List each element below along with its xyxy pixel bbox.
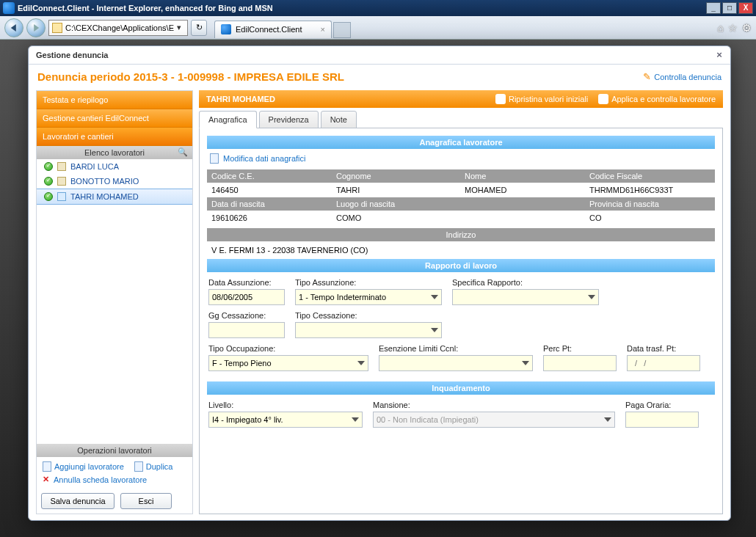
salva-denuncia-button[interactable]: Salva denuncia: [41, 493, 115, 509]
tab-anagrafica[interactable]: Anagrafica: [199, 111, 257, 128]
refresh-button[interactable]: ↻: [191, 20, 207, 36]
search-icon[interactable]: 🔍: [178, 147, 188, 157]
nav-back-button[interactable]: [4, 18, 23, 37]
select-livello[interactable]: I4 - Impiegato 4° liv.: [208, 412, 363, 428]
label-paga-oraria: Paga Oraria:: [625, 401, 699, 409]
input-paga-oraria[interactable]: [625, 412, 699, 428]
input-gg-cessazione[interactable]: [208, 322, 285, 338]
dialog-close-button[interactable]: ×: [713, 49, 726, 62]
sidebar-item-cantieri[interactable]: Gestione cantieri EdilConnect: [37, 109, 192, 128]
select-specifica-rapporto[interactable]: [452, 289, 599, 305]
label-tipo-assunzione: Tipo Assunzione:: [295, 278, 442, 287]
label-data-trasf-pt: Data trasf. Pt:: [627, 344, 700, 353]
applica-controlla-link[interactable]: Applica e controlla lavoratore: [598, 94, 716, 104]
browser-toolbar: ▾ ↻ EdilConnect.Client × ⌂ ☆ ⚙: [0, 16, 756, 40]
window-maximize-button[interactable]: □: [722, 2, 737, 14]
address-bar[interactable]: ▾: [48, 20, 188, 36]
section-inquadramento: Inquadramento: [207, 381, 715, 395]
ripristina-link[interactable]: Ripristina valori iniziali: [495, 94, 588, 104]
copy-icon: [134, 461, 143, 472]
tab-panel-anagrafica: Anagrafica lavoratore Modifica dati anag…: [199, 128, 723, 514]
worker-header-name: TAHRI MOHAMED: [206, 95, 275, 103]
tab-label: EdilConnect.Client: [236, 25, 302, 34]
worker-row[interactable]: BONOTTO MARIO: [37, 174, 192, 189]
document-icon: [43, 461, 51, 472]
gestione-denuncia-dialog: Gestione denuncia × Denuncia periodo 201…: [28, 45, 731, 521]
section-anagrafica-lavoratore: Anagrafica lavoratore: [207, 136, 715, 149]
window-close-button[interactable]: X: [738, 2, 753, 14]
worker-header-bar: TAHRI MOHAMED Ripristina valori iniziali…: [199, 90, 723, 108]
val-data-nascita: 19610626: [207, 211, 332, 225]
tab-previdenza[interactable]: Previdenza: [259, 111, 319, 128]
tools-icon[interactable]: ⚙: [742, 22, 752, 34]
tab-close-icon[interactable]: ×: [315, 25, 325, 34]
window-minimize-button[interactable]: _: [706, 2, 721, 14]
status-ok-icon: [44, 192, 53, 201]
label-esenzione-ccnl: Esenzione Limiti Ccnl:: [379, 344, 533, 353]
aggiungi-lavoratore-link[interactable]: Aggiungi lavoratore: [43, 461, 124, 472]
label-gg-cessazione: Gg Cessazione:: [208, 311, 285, 320]
sidebar-item-testata[interactable]: Testata e riepilogo: [37, 91, 192, 109]
home-icon[interactable]: ⌂: [718, 22, 724, 34]
col-prov-nascita: Provincia di nascita: [585, 197, 715, 211]
detail-panel: TAHRI MOHAMED Ripristina valori iniziali…: [199, 90, 723, 514]
select-tipo-occupazione[interactable]: F - Tempo Pieno: [208, 355, 368, 371]
worker-type-icon: [57, 177, 66, 186]
favorites-icon[interactable]: ☆: [728, 22, 738, 34]
nav-forward-button[interactable]: [26, 18, 46, 37]
select-tipo-cessazione[interactable]: [295, 322, 442, 338]
indirizzo-value: V E. FERMI 13 - 22038 TAVERNERIO (CO): [207, 241, 715, 259]
label-tipo-occupazione: Tipo Occupazione:: [208, 344, 368, 353]
col-cognome: Cognome: [332, 169, 460, 183]
pencil-icon: ✎: [643, 71, 651, 82]
select-mansione[interactable]: 00 - Non Indicata (Impiegati): [373, 412, 615, 428]
label-data-assunzione: Data Assunzione:: [208, 278, 285, 287]
val-luogo-nascita: COMO: [332, 211, 460, 225]
worker-type-icon: [57, 192, 66, 201]
address-dropdown-icon[interactable]: ▾: [174, 23, 184, 32]
edit-document-icon: [210, 153, 219, 164]
select-tipo-assunzione[interactable]: 1 - Tempo Indeterminato: [295, 289, 442, 305]
ops-header: Operazioni lavoratori: [37, 444, 192, 457]
worker-row[interactable]: BARDI LUCA: [37, 159, 192, 174]
input-data-assunzione[interactable]: [208, 289, 285, 305]
window-titlebar: EdilConnect.Client - Internet Explorer, …: [0, 0, 756, 16]
modifica-dati-link[interactable]: Modifica dati anagrafici: [210, 153, 715, 164]
col-data-nascita: Data di nascita: [207, 197, 332, 211]
undo-icon: [495, 94, 506, 104]
annulla-scheda-link[interactable]: ✕ Annulla scheda lavoratore: [43, 475, 147, 484]
val-nome: MOHAMED: [460, 183, 585, 197]
tab-favicon-icon: [221, 24, 231, 34]
new-tab-button[interactable]: [333, 22, 351, 38]
section-rapporto-lavoro: Rapporto di lavoro: [207, 259, 715, 272]
label-livello: Livello:: [208, 401, 363, 409]
label-specifica-rapporto: Specifica Rapporto:: [452, 278, 599, 287]
worker-row-selected[interactable]: TAHRI MOHAMED: [37, 189, 192, 205]
worker-name: TAHRI MOHAMED: [70, 192, 139, 201]
worker-name: BARDI LUCA: [70, 162, 119, 171]
input-data-trasf-pt[interactable]: [627, 355, 700, 371]
browser-tab[interactable]: EdilConnect.Client ×: [214, 21, 332, 38]
select-esenzione-ccnl[interactable]: [379, 355, 533, 371]
dialog-titlebar: Gestione denuncia ×: [29, 46, 730, 65]
dialog-heading: Denuncia periodo 2015-3 - 1-009998 - IMP…: [37, 70, 344, 83]
label-tipo-cessazione: Tipo Cessazione:: [295, 311, 442, 320]
val-cognome: TAHRI: [332, 183, 460, 197]
esci-button[interactable]: Esci: [120, 493, 172, 509]
status-ok-icon: [44, 177, 53, 186]
ie-logo-icon: [3, 2, 15, 14]
worker-name: BONOTTO MARIO: [70, 177, 139, 186]
duplica-link[interactable]: Duplica: [134, 461, 173, 472]
dialog-title: Gestione denuncia: [36, 51, 108, 59]
val-codice-ce: 146450: [207, 183, 332, 197]
tab-note[interactable]: Note: [321, 111, 357, 128]
address-input[interactable]: [65, 23, 174, 32]
col-cf: Codice Fiscale: [585, 169, 715, 183]
status-ok-icon: [44, 162, 53, 171]
controlla-denuncia-link[interactable]: ✎ Controlla denuncia: [643, 71, 722, 82]
input-perc-pt[interactable]: [543, 355, 617, 371]
sidebar: Testata e riepilogo Gestione cantieri Ed…: [36, 90, 193, 514]
worker-type-icon: [57, 162, 66, 171]
val-cf: THRMMD61H66C933T: [585, 183, 715, 197]
sidebar-item-lavoratori[interactable]: Lavoratori e cantieri: [37, 128, 192, 146]
